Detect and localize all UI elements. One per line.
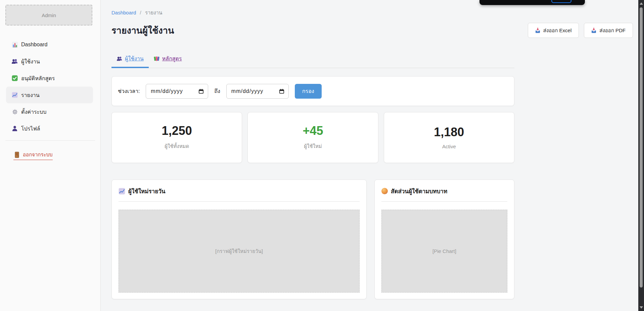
content-column: ผู้ใช้งาน หลักสูตร ช่วงเวลา: mm/dd/yyyy … [111,51,514,299]
bar-chart-icon [11,41,18,48]
line-chart-icon [119,188,125,195]
download-icon [591,28,596,33]
to-label: ถึง [214,87,220,95]
sidebar-item-label: อนุมัติหลักสูตร [21,74,55,83]
breadcrumb-current: รายงาน [145,10,162,15]
stats-row: 1,250 ผู้ใช้ทั้งหมด +45 ผู้ใช้ใหม่ 1,180… [111,112,514,163]
logout-label: ออกจากระบบ [23,151,53,159]
export-pdf-label: ส่งออก PDF [599,27,626,35]
stat-label: Active [442,144,456,149]
main-content: Dashboard / รายงาน รายงานผู้ใช้งาน ส่งออ… [101,0,644,311]
sidebar-item-users[interactable]: ผู้ใช้งาน [6,53,93,70]
filter-button[interactable]: กรอง [295,84,322,99]
sidebar-item-dashboard[interactable]: Dashboard [6,36,93,53]
stat-value: 1,180 [434,126,464,138]
chart-card-divider [381,201,507,202]
date-from-input[interactable]: mm/dd/yyyy [146,84,208,99]
pie-icon [381,188,388,194]
scrollbar-down-arrow[interactable] [640,306,643,309]
sidebar-item-label: ผู้ใช้งาน [21,57,40,66]
placeholder-text: [Pie Chart] [432,248,456,254]
tab-courses-label: หลักสูตร [162,54,182,63]
scrollbar-thumb[interactable] [640,7,643,288]
stat-card-new-users: +45 ผู้ใช้ใหม่ [247,112,378,163]
sidebar-item-label: โปรไฟล์ [21,124,40,133]
stat-label: ผู้ใช้ทั้งหมด [165,142,189,150]
brand-logo-placeholder: Admin [5,5,92,25]
sidebar-item-reports[interactable]: รายงาน [6,87,93,103]
date-to-value: mm/dd/yyyy [231,88,279,94]
gear-icon [11,108,18,115]
tab-users-label: ผู้ใช้งาน [125,54,144,63]
stat-card-total-users: 1,250 ผู้ใช้ทั้งหมด [111,112,242,163]
download-icon [535,28,540,33]
sidebar-item-approve-courses[interactable]: อนุมัติหลักสูตร [6,70,93,87]
daily-new-users-chart-placeholder: [กราฟผู้ใช้ใหม่รายวัน] [119,210,360,293]
users-icon [11,58,18,65]
breadcrumb-dashboard-link[interactable]: Dashboard [111,10,136,15]
browser-toast[interactable] [479,0,585,5]
calendar-icon[interactable] [279,89,284,94]
chart-card-divider [119,201,360,202]
chart-card-header: สัดส่วนผู้ใช้ตามบทบาท [381,180,507,196]
sidebar-item-settings[interactable]: ตั้งค่าระบบ [6,103,93,120]
charts-row: ผู้ใช้ใหม่รายวัน [กราฟผู้ใช้ใหม่รายวัน] … [111,179,514,299]
chart-card-header: ผู้ใช้ใหม่รายวัน [119,180,360,196]
chart-title: สัดส่วนผู้ใช้ตามบทบาท [391,187,447,196]
person-icon [11,125,18,132]
sidebar-divider [5,140,95,141]
vertical-scrollbar[interactable] [638,0,644,311]
logout-link[interactable]: ออกจากระบบ [13,151,53,160]
sidebar-nav: Dashboard ผู้ใช้งาน อนุมัติหลักสูตร รายง… [0,36,100,137]
sidebar-item-label: รายงาน [21,91,40,99]
scrollbar-up-arrow[interactable] [640,2,643,5]
tab-bar: ผู้ใช้งาน หลักสูตร [111,51,514,68]
date-from-value: mm/dd/yyyy [151,88,198,94]
page-title: รายงานผู้ใช้งาน [111,23,174,38]
books-icon [154,56,160,61]
export-pdf-button[interactable]: ส่งออก PDF [584,23,633,38]
export-excel-label: ส่งออก Excel [543,27,571,35]
chart-card-daily-new-users: ผู้ใช้ใหม่รายวัน [กราฟผู้ใช้ใหม่รายวัน] [111,179,367,299]
export-excel-button[interactable]: ส่งออก Excel [528,23,579,38]
stat-value: +45 [303,125,323,137]
check-icon [11,75,18,82]
stat-card-active-users: 1,180 Active [384,112,514,163]
sidebar-item-label: ตั้งค่าระบบ [21,108,46,116]
stat-label: ผู้ใช้ใหม่ [304,142,322,150]
sidebar: Admin Dashboard ผู้ใช้งาน อนุมัติหลักสูต… [0,0,101,311]
users-icon [117,56,123,61]
breadcrumb-separator: / [140,10,141,15]
brand-label: Admin [42,12,56,18]
stat-value: 1,250 [162,125,192,137]
toast-focus-ring[interactable] [551,0,571,3]
breadcrumb: Dashboard / รายงาน [111,9,633,17]
export-buttons: ส่งออก Excel ส่งออก PDF [528,23,633,38]
chart-title: ผู้ใช้ใหม่รายวัน [128,187,165,196]
date-to-input[interactable]: mm/dd/yyyy [226,84,289,99]
sidebar-item-label: Dashboard [21,42,47,48]
door-icon [13,151,20,158]
tab-courses[interactable]: หลักสูตร [149,51,187,68]
filter-card: ช่วงเวลา: mm/dd/yyyy ถึง mm/dd/yyyy กรอง [111,76,514,106]
tab-users[interactable]: ผู้ใช้งาน [111,51,149,68]
placeholder-text: [กราฟผู้ใช้ใหม่รายวัน] [215,247,263,255]
page-header: รายงานผู้ใช้งาน ส่งออก Excel ส่งออก PDF [111,23,633,38]
calendar-icon[interactable] [198,89,204,94]
pie-chart-placeholder: [Pie Chart] [381,210,507,293]
chart-card-users-by-role: สัดส่วนผู้ใช้ตามบทบาท [Pie Chart] [374,179,514,299]
sidebar-item-profile[interactable]: โปรไฟล์ [6,120,93,137]
date-range-label: ช่วงเวลา: [118,87,140,95]
line-chart-icon [11,92,18,98]
